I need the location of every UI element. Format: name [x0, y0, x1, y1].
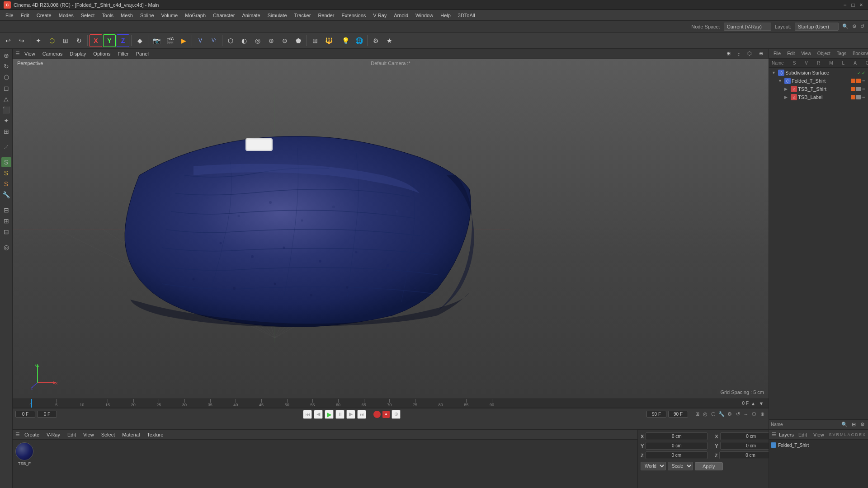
vp-menu-filter[interactable]: Filter [115, 51, 131, 57]
obj-tab-view[interactable]: View [799, 51, 813, 56]
sidebar-icon-bottom[interactable]: ◎ [1, 242, 11, 252]
tree-item-folded-shirt[interactable]: ▼ ⬡ Folded_T_Shirt ••• [770, 77, 867, 85]
menu-create[interactable]: Create [33, 12, 55, 19]
obj-tab-tags[interactable]: Tags [835, 51, 848, 56]
sidebar-icon-s3[interactable]: S [1, 179, 11, 189]
obj-tab-object[interactable]: Object [816, 51, 832, 56]
shrink-button[interactable]: ⊖ [278, 34, 291, 47]
layout-dropdown[interactable]: Startup (User) [795, 23, 839, 31]
menu-vray[interactable]: V-Ray [369, 12, 390, 19]
anim-icon-1[interactable]: ⊞ [693, 411, 701, 418]
anim-icon-2[interactable]: ◎ [702, 411, 709, 418]
vp-menu-view[interactable]: View [22, 51, 38, 57]
vp-icon-3[interactable]: ⬡ [745, 50, 755, 57]
minimize-button[interactable]: − [842, 2, 848, 8]
layers-edit[interactable]: Edit [797, 432, 809, 438]
rotate-button[interactable]: ↻ [73, 34, 85, 47]
obj-tab-edit[interactable]: Edit [785, 51, 797, 56]
vp-menu-display[interactable]: Display [67, 51, 89, 57]
y-size-input[interactable] [720, 442, 769, 450]
frame-start-input[interactable] [37, 411, 57, 418]
scale-button[interactable]: ⊞ [59, 34, 72, 47]
search-icon[interactable]: 🔍 [842, 23, 849, 29]
tree-item-tsb-shirt[interactable]: ▶ △ TSB_T_Shirt ••• [770, 85, 867, 93]
mat-menu-edit[interactable]: Edit [65, 432, 79, 438]
anim-icon-7[interactable]: → [742, 411, 750, 418]
anim-icon-5[interactable]: ⚙ [726, 411, 733, 418]
mat-menu-select[interactable]: Select [99, 432, 118, 438]
undo-button[interactable]: ↩ [2, 34, 14, 47]
vp-menu-cameras[interactable]: Cameras [40, 51, 66, 57]
vp-icon-2[interactable]: ↕ [735, 51, 743, 57]
menu-extensions[interactable]: Extensions [338, 12, 369, 19]
obj-check-subdivision[interactable]: ✓ [857, 70, 861, 75]
live-select-button[interactable]: ✦ [32, 34, 45, 47]
menu-modes[interactable]: Modes [55, 12, 77, 19]
expand-icon-folded[interactable]: ▼ [778, 79, 783, 83]
menu-3dtoall[interactable]: 3DToAll [454, 12, 479, 19]
sidebar-select-icon[interactable]: ⊕ [1, 51, 11, 61]
misc-2[interactable]: ★ [383, 34, 396, 47]
sidebar-icon-mesh[interactable]: ⊞ [1, 216, 11, 226]
mat-menu-texture[interactable]: Texture [144, 432, 166, 438]
floor-button[interactable]: 🌐 [353, 34, 365, 47]
record-button[interactable] [373, 411, 381, 418]
select-all-button[interactable]: ⬡ [224, 34, 237, 47]
world-dropdown[interactable]: World [641, 462, 666, 470]
next-frame-button[interactable]: ▶ [346, 410, 355, 419]
obj-check2-subdivision[interactable]: ✓ [862, 70, 865, 75]
go-end-button[interactable]: ⏭ [357, 410, 366, 419]
menu-tools[interactable]: Tools [98, 12, 117, 19]
menu-edit[interactable]: Edit [17, 12, 33, 19]
anim-icon-4[interactable]: 🔧 [718, 411, 725, 418]
menu-tracker[interactable]: Tracker [291, 12, 315, 19]
obj-search-icon[interactable]: 🔍 [841, 421, 848, 428]
obj-dot-tsb1[interactable] [851, 87, 855, 91]
obj-tab-file[interactable]: File [772, 51, 783, 56]
move-button[interactable]: ⬡ [46, 34, 58, 47]
play-button[interactable]: ▶ [325, 410, 334, 419]
maximize-button[interactable]: □ [850, 2, 856, 8]
render-button[interactable]: ▶ [177, 34, 190, 47]
layer-item-folded[interactable]: Folded_T_Shirt [771, 441, 866, 449]
misc-1[interactable]: ⚙ [369, 34, 382, 47]
expand-icon-tsb-shirt[interactable]: ▶ [784, 87, 790, 91]
menu-simulate[interactable]: Simulate [264, 12, 291, 19]
select-connected-button[interactable]: ◎ [251, 34, 264, 47]
camera-button[interactable]: 📷 [150, 34, 163, 47]
light-button[interactable]: 💡 [339, 34, 352, 47]
refresh-icon[interactable]: ↺ [860, 23, 864, 29]
grow-button[interactable]: ⊕ [265, 34, 278, 47]
obj-dot-tsb2[interactable] [856, 87, 861, 91]
material-item[interactable]: TSB_F [15, 442, 33, 485]
menu-mesh[interactable]: Mesh [117, 12, 137, 19]
obj-tab-bookmark[interactable]: Bookmark [851, 51, 868, 56]
vp-menu-panel[interactable]: Panel [133, 51, 151, 57]
vp-icon-4[interactable]: ⊕ [756, 50, 766, 57]
pause-button[interactable]: ⏸ [335, 410, 344, 419]
menu-animate[interactable]: Animate [238, 12, 264, 19]
sidebar-icon-4[interactable]: ◻ [1, 83, 11, 93]
keyframe-button[interactable]: ⊕ [392, 410, 401, 419]
menu-arnold[interactable]: Arnold [390, 12, 412, 19]
mat-menu-vray[interactable]: V-Ray [44, 432, 63, 438]
layers-hamburger[interactable]: ☰ [772, 432, 776, 437]
obj-dot-tsl2[interactable] [856, 95, 861, 99]
y-axis-button[interactable]: Y [103, 34, 116, 47]
obj-dot-tsl1[interactable] [851, 95, 855, 99]
sidebar-icon-8[interactable]: ⊞ [1, 127, 11, 136]
vray-icon-1[interactable]: V [194, 34, 207, 47]
close-button[interactable]: × [858, 2, 864, 8]
anim-icon-6[interactable]: ↺ [734, 411, 741, 418]
record-opts[interactable]: ● [382, 411, 390, 418]
timeline-expand-up[interactable]: ▲ [750, 400, 757, 407]
vp-menu-options[interactable]: Options [90, 51, 113, 57]
prev-frame-button[interactable]: ◀ [314, 410, 323, 419]
settings-icon[interactable]: ⚙ [852, 23, 857, 29]
sidebar-icon-layers[interactable]: ⊟ [1, 227, 11, 237]
grid-button[interactable]: ⊞ [309, 34, 321, 47]
current-frame-input[interactable] [15, 411, 35, 418]
obj-settings-icon[interactable]: ⚙ [859, 421, 866, 428]
x-position-input[interactable] [646, 432, 708, 440]
menu-volume[interactable]: Volume [158, 12, 182, 19]
